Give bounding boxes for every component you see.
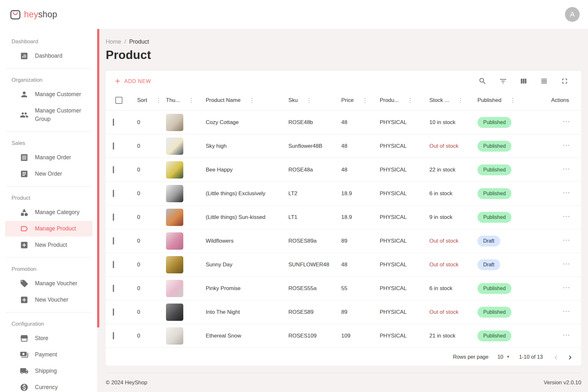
next-page-button[interactable]: › [568,352,572,362]
sidebar-item-payment[interactable]: Payment [5,347,93,363]
add-box-icon [20,296,29,304]
breadcrumb-home-link[interactable]: Home [106,38,121,45]
pagination-chevrons: ‹ › [554,352,572,362]
sidebar-item-manage-order[interactable]: Manage Order [5,150,93,165]
column-menu-icon[interactable]: ⋮ [457,96,464,104]
sidebar-item-manage-product[interactable]: Manage Product [5,221,93,237]
rows-per-page-select[interactable]: 10 ▼ [497,354,510,360]
header-select-all-cell [106,97,135,104]
sidebar-item-label: New Product [35,241,67,249]
row-checkbox[interactable] [113,308,114,316]
sidebar-item-label: New Order [35,170,62,178]
row-checkbox[interactable] [113,119,114,126]
column-menu-icon[interactable]: ⋮ [248,96,256,104]
sidebar-item-new-product[interactable]: New Product [5,237,93,253]
column-menu-icon[interactable]: ⋮ [305,96,313,104]
product-thumbnail [166,232,183,250]
previous-page-button[interactable]: ‹ [554,352,558,362]
thumbnail-cell [163,161,203,179]
product-type-cell: PHYSICAL [377,214,427,221]
sidebar-item-manage-voucher[interactable]: Manage Voucher [5,276,93,291]
sidebar-item-store[interactable]: Store [5,330,93,346]
page-title: Product [106,48,581,62]
sidebar-section: Product Manage Category Manage Product N… [0,190,97,253]
rows-per-page-label: Rows per page [453,354,488,360]
fullscreen-icon[interactable] [560,77,569,86]
stock-cell: 22 in stock [427,167,475,173]
header-actions: Actions [549,97,582,104]
product-name-cell: Sky high [203,143,286,149]
sidebar: Dashboard Dashboard Organization Manage … [0,29,97,392]
sidebar-section-title: Configuration [0,318,97,330]
sidebar-item-manage-customer[interactable]: Manage Customer [5,87,93,102]
sort-cell: 0 [135,167,163,173]
row-checkbox[interactable] [113,190,114,197]
accent-scrollbar[interactable] [97,29,99,328]
sidebar-item-currency[interactable]: Currency [5,379,93,392]
sidebar-item-dashboard[interactable]: Dashboard [5,48,93,64]
published-cell: Published [475,117,549,128]
row-checkbox[interactable] [113,261,114,268]
sort-cell: 0 [135,285,163,292]
row-checkbox[interactable] [113,213,114,221]
sidebar-item-shipping[interactable]: Shipping [5,363,93,379]
density-icon[interactable] [540,77,549,86]
sort-cell: 0 [135,309,163,315]
product-name-cell: (Little things) Exclusively [203,190,286,197]
row-checkbox[interactable] [113,142,114,150]
sku-cell: LT2 [286,190,339,197]
header-product-name: Product Name⋮ [203,96,286,104]
sidebar-divider [6,131,91,132]
actions-cell: ⋯ [549,190,581,197]
app-window: heyshop A Dashboard Dashboard Organizati… [0,0,588,392]
row-select-cell [106,167,135,173]
status-badge: Published [477,188,511,199]
sku-cell: ROSES109 [286,333,339,339]
new-order-icon [20,170,29,178]
row-checkbox[interactable] [113,285,114,292]
footer: © 2024 HeyShop Version v2.0.10 [106,373,581,392]
published-cell: Published [475,307,549,318]
column-menu-icon[interactable]: ⋮ [509,96,517,104]
add-new-button[interactable]: ADD NEW [114,78,151,85]
column-menu-icon[interactable]: ⋮ [187,96,195,104]
row-select-cell [106,214,135,221]
header-published: Published⋮ [475,96,549,104]
sidebar-item-label: Manage Product [35,224,76,233]
row-select-cell [106,333,135,339]
product-name-cell: (Little things) Sun-kissed [203,214,286,221]
price-cell: 48 [339,143,377,149]
heyshop-logo[interactable]: heyshop [10,9,57,20]
row-checkbox[interactable] [113,166,114,173]
column-menu-icon[interactable]: ⋮ [407,96,414,104]
sidebar-item-new-order[interactable]: New Order [5,166,93,182]
header-sku: Sku⋮ [286,96,339,104]
column-menu-icon[interactable]: ⋮ [155,96,162,104]
columns-icon[interactable] [519,77,528,86]
user-avatar[interactable]: A [565,7,580,22]
row-select-cell [106,309,135,315]
sidebar-divider [6,68,91,69]
table-row: 0 Into The Night ROSES89 89 PHYSICAL Out… [106,300,581,324]
column-menu-icon[interactable]: ⋮ [361,96,369,104]
sort-cell: 0 [135,143,163,149]
sidebar-item-new-voucher[interactable]: New Voucher [5,292,93,308]
actions-cell: ⋯ [549,333,581,339]
thumbnail-cell [163,327,203,345]
row-checkbox[interactable] [113,332,114,339]
product-thumbnail [166,256,183,273]
actions-cell: ⋯ [549,309,581,315]
row-checkbox[interactable] [113,237,114,245]
thumbnail-cell [163,209,203,226]
sort-cell: 0 [135,238,163,244]
table-row: 0 Cozy Cottage ROSE48b 48 PHYSICAL 10 in… [106,111,581,134]
sidebar-item-manage-category[interactable]: Manage Category [5,204,93,220]
product-thumbnail [166,138,183,155]
price-cell: 89 [339,238,377,244]
filter-icon[interactable] [499,77,508,86]
search-icon[interactable] [478,77,487,86]
table-body: 0 Cozy Cottage ROSE48b 48 PHYSICAL 10 in… [106,111,581,348]
select-all-checkbox[interactable] [115,97,122,104]
sidebar-item-manage-customer-group[interactable]: Manage Customer Group [5,103,93,127]
published-cell: Published [475,283,549,294]
